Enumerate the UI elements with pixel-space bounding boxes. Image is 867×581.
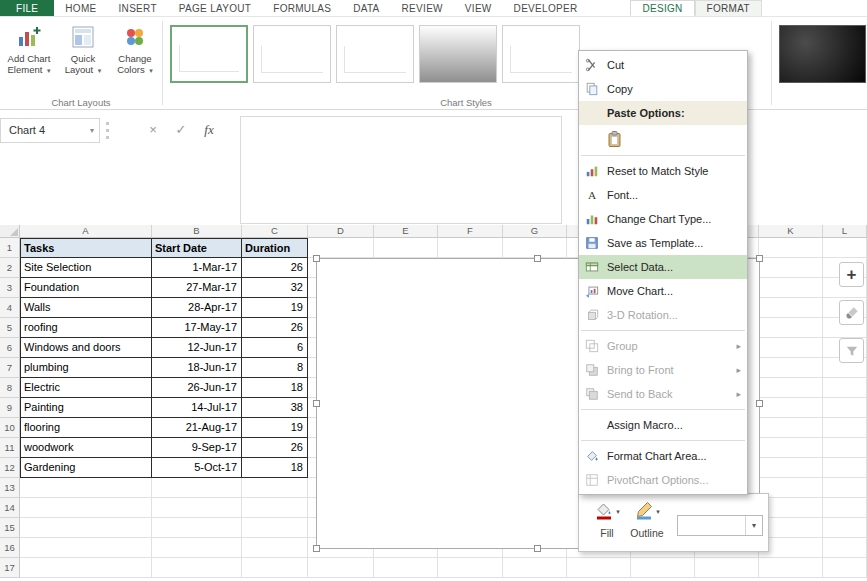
cell-C6[interactable]: 6 (242, 338, 308, 358)
cell-C13[interactable] (242, 478, 308, 498)
menu-item-assign-macro[interactable]: Assign Macro... (579, 413, 747, 437)
row-header-12[interactable]: 12 (0, 458, 20, 478)
chart-styles-button[interactable] (839, 300, 864, 325)
row-header-13[interactable]: 13 (0, 478, 20, 498)
cell-C15[interactable] (242, 518, 308, 538)
cell-E17[interactable] (374, 558, 438, 578)
cell-C17[interactable] (242, 558, 308, 578)
chart-style-thumbnail-2[interactable] (253, 25, 331, 83)
cell-K6[interactable] (759, 338, 823, 358)
row-header-2[interactable]: 2 (0, 258, 20, 278)
enter-check-icon[interactable]: ✓ (168, 118, 194, 143)
cell-C14[interactable] (242, 498, 308, 518)
cell-K12[interactable] (759, 458, 823, 478)
tab-file[interactable]: FILE (0, 0, 54, 16)
tab-formulas[interactable]: FORMULAS (262, 0, 342, 16)
chevron-down-icon[interactable]: ▾ (745, 516, 762, 535)
cell-K9[interactable] (759, 398, 823, 418)
cell-B3[interactable]: 27-Mar-17 (152, 278, 242, 298)
cell-B11[interactable]: 9-Sep-17 (152, 438, 242, 458)
cell-A7[interactable]: plumbing (20, 358, 152, 378)
cell-K8[interactable] (759, 378, 823, 398)
cell-A9[interactable]: Painting (20, 398, 152, 418)
chart-resize-handle-e[interactable] (756, 400, 763, 407)
chart-resize-handle-s[interactable] (534, 545, 541, 552)
cell-B6[interactable]: 12-Jun-17 (152, 338, 242, 358)
cell-A8[interactable]: Electric (20, 378, 152, 398)
row-header-10[interactable]: 10 (0, 418, 20, 438)
cell-C11[interactable]: 26 (242, 438, 308, 458)
chevron-down-icon[interactable]: ▾ (656, 508, 660, 516)
cell-K17[interactable] (759, 558, 823, 578)
cell-A17[interactable] (20, 558, 152, 578)
row-header-15[interactable]: 15 (0, 518, 20, 538)
cell-B1[interactable]: Start Date (152, 238, 242, 258)
cell-K2[interactable] (759, 258, 823, 278)
cell-B17[interactable] (152, 558, 242, 578)
tab-insert[interactable]: INSERT (108, 0, 168, 16)
cell-K1[interactable] (759, 238, 823, 258)
select-all-corner[interactable] (0, 225, 20, 238)
cell-A13[interactable] (20, 478, 152, 498)
row-header-6[interactable]: 6 (0, 338, 20, 358)
row-header-11[interactable]: 11 (0, 438, 20, 458)
row-header-1[interactable]: 1 (0, 238, 20, 258)
chart-resize-handle-ne[interactable] (756, 255, 763, 262)
outline-button[interactable]: ▾ Outline (627, 499, 667, 548)
cell-B4[interactable]: 28-Apr-17 (152, 298, 242, 318)
cell-A14[interactable] (20, 498, 152, 518)
menu-item-copy[interactable]: Copy (579, 77, 747, 101)
insert-function-button[interactable]: fx (196, 118, 222, 143)
menu-item-move-chart[interactable]: Move Chart... (579, 279, 747, 303)
cell-A1[interactable]: Tasks (20, 238, 152, 258)
formula-bar-drag-handle[interactable] (106, 122, 109, 139)
menu-item-save-as-template[interactable]: Save as Template... (579, 231, 747, 255)
ribbon-button-change-colors[interactable]: Change Colors ▾ (109, 19, 161, 95)
cell-C5[interactable]: 26 (242, 318, 308, 338)
cell-B2[interactable]: 1-Mar-17 (152, 258, 242, 278)
column-header-F[interactable]: F (438, 225, 503, 238)
tab-view[interactable]: VIEW (454, 0, 503, 16)
cell-C10[interactable]: 19 (242, 418, 308, 438)
menu-item-reset-to-match-style[interactable]: Reset to Match Style (579, 159, 747, 183)
cell-C12[interactable]: 18 (242, 458, 308, 478)
row-header-3[interactable]: 3 (0, 278, 20, 298)
cell-B9[interactable]: 14-Jul-17 (152, 398, 242, 418)
chart-style-thumbnail-1[interactable] (170, 25, 248, 83)
cell-B16[interactable] (152, 538, 242, 558)
tab-developer[interactable]: DEVELOPER (503, 0, 589, 16)
chart-resize-handle-nw[interactable] (313, 255, 320, 262)
cell-B7[interactable]: 18-Jun-17 (152, 358, 242, 378)
row-header-5[interactable]: 5 (0, 318, 20, 338)
cell-F17[interactable] (438, 558, 503, 578)
fill-button[interactable]: ▾ Fill (587, 499, 627, 548)
tab-design[interactable]: DESIGN (630, 0, 694, 16)
chart-style-thumbnail-4[interactable] (419, 25, 497, 83)
cell-C16[interactable] (242, 538, 308, 558)
cell-A5[interactable]: roofing (20, 318, 152, 338)
menu-item-font[interactable]: AFont... (579, 183, 747, 207)
cell-B14[interactable] (152, 498, 242, 518)
cell-F1[interactable] (438, 238, 503, 258)
style-combobox[interactable]: ▾ (677, 515, 763, 536)
column-header-K[interactable]: K (759, 225, 823, 238)
cell-E1[interactable] (374, 238, 438, 258)
cell-H17[interactable] (567, 558, 631, 578)
name-box[interactable]: Chart 4 ▾ (0, 118, 100, 143)
row-header-9[interactable]: 9 (0, 398, 20, 418)
chart-resize-handle-n[interactable] (534, 255, 541, 262)
cell-K11[interactable] (759, 438, 823, 458)
cell-A2[interactable]: Site Selection (20, 258, 152, 278)
menu-item-change-chart-type[interactable]: Change Chart Type... (579, 207, 747, 231)
cell-K10[interactable] (759, 418, 823, 438)
cell-C2[interactable]: 26 (242, 258, 308, 278)
cell-A6[interactable]: Windows and doors (20, 338, 152, 358)
cell-B15[interactable] (152, 518, 242, 538)
cell-B5[interactable]: 17-May-17 (152, 318, 242, 338)
ribbon-button-add-chart-element[interactable]: Add Chart Element ▾ (3, 19, 55, 95)
cell-C3[interactable]: 32 (242, 278, 308, 298)
menu-item-cut[interactable]: Cut (579, 53, 747, 77)
column-header-D[interactable]: D (308, 225, 374, 238)
cell-A16[interactable] (20, 538, 152, 558)
cell-B8[interactable]: 26-Jun-17 (152, 378, 242, 398)
